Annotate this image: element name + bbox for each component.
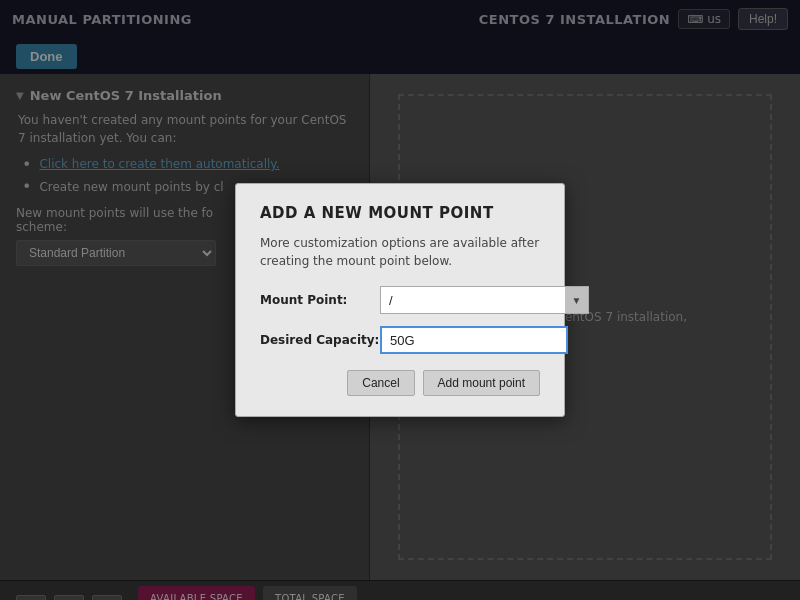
mount-point-label: Mount Point: <box>260 293 380 307</box>
dialog-actions: Cancel Add mount point <box>260 370 540 396</box>
mount-point-dropdown-button[interactable]: ▼ <box>565 286 589 314</box>
add-mount-point-button[interactable]: Add mount point <box>423 370 540 396</box>
capacity-field: Desired Capacity: <box>260 326 540 354</box>
capacity-input-wrap <box>380 326 568 354</box>
dialog-overlay: ADD A NEW MOUNT POINT More customization… <box>0 0 800 600</box>
mount-point-input-wrap: ▼ <box>380 286 589 314</box>
mount-point-input[interactable] <box>380 286 565 314</box>
capacity-input[interactable] <box>380 326 568 354</box>
cancel-button[interactable]: Cancel <box>347 370 414 396</box>
add-mount-point-dialog: ADD A NEW MOUNT POINT More customization… <box>235 183 565 417</box>
dialog-description: More customization options are available… <box>260 234 540 270</box>
capacity-label: Desired Capacity: <box>260 333 380 347</box>
dialog-title: ADD A NEW MOUNT POINT <box>260 204 540 222</box>
mount-point-field: Mount Point: ▼ <box>260 286 540 314</box>
